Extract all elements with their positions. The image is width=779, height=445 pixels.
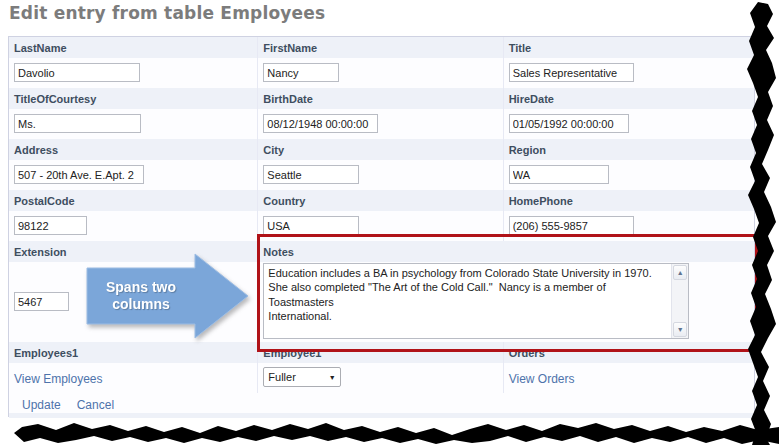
country-input[interactable]	[263, 216, 359, 235]
label-row: PostalCode Country HomePhone	[9, 190, 754, 211]
field-label-hiredate: HireDate	[504, 88, 754, 105]
field-label-orders: Orders	[504, 342, 754, 359]
view-orders-link[interactable]: View Orders	[509, 372, 575, 386]
field-label-city: City	[258, 139, 502, 156]
input-row	[9, 160, 754, 190]
scroll-up-icon[interactable]: ▲	[673, 265, 687, 280]
firstname-input[interactable]	[263, 63, 339, 82]
annotation-arrow: Spans two columns	[85, 252, 250, 340]
view-employees-link[interactable]: View Employees	[14, 372, 103, 386]
employee1-select[interactable]: Fuller ▼	[263, 367, 341, 387]
field-label-country: Country	[258, 190, 502, 207]
notes-scrollbar[interactable]: ▲ ▼	[671, 264, 688, 338]
address-input[interactable]	[14, 165, 144, 184]
field-label-lastname: LastName	[9, 37, 257, 54]
field-label-employees1: Employees1	[9, 342, 257, 359]
input-row	[9, 211, 754, 241]
homephone-input[interactable]	[509, 216, 634, 235]
field-label-birthdate: BirthDate	[258, 88, 502, 105]
input-row	[9, 109, 754, 139]
field-label-address: Address	[9, 139, 257, 156]
scroll-down-icon[interactable]: ▼	[673, 322, 687, 337]
edit-entry-form: LastName FirstName Title TitleOfCourtesy…	[8, 36, 755, 417]
city-input[interactable]	[263, 165, 359, 184]
label-row: TitleOfCourtesy BirthDate HireDate	[9, 88, 754, 109]
label-row: LastName FirstName Title	[9, 37, 754, 58]
field-label-notes: Notes	[258, 241, 754, 258]
field-label-employee1: Employee1	[258, 342, 502, 359]
lastname-input[interactable]	[14, 63, 140, 82]
label-row: Employees1 Employee1 Orders	[9, 342, 754, 363]
birthdate-input[interactable]	[263, 114, 378, 133]
notes-text: Education includes a BA in psychology fr…	[264, 264, 671, 338]
notes-textarea[interactable]: Education includes a BA in psychology fr…	[263, 263, 689, 339]
cancel-link[interactable]: Cancel	[77, 398, 114, 412]
label-row: Address City Region	[9, 139, 754, 160]
input-row: View Employees Fuller ▼ View Orders	[9, 363, 754, 393]
field-label-region: Region	[504, 139, 754, 156]
update-link[interactable]: Update	[22, 398, 61, 412]
hiredate-input[interactable]	[509, 114, 629, 133]
postalcode-input[interactable]	[14, 216, 87, 235]
field-label-firstname: FirstName	[258, 37, 502, 54]
table-footer-band	[9, 413, 754, 418]
field-label-homephone: HomePhone	[504, 190, 754, 207]
dropdown-arrow-icon: ▼	[324, 374, 340, 381]
extension-input[interactable]	[14, 292, 69, 311]
page-title: Edit entry from table Employees	[9, 3, 325, 23]
titleofcourtesy-input[interactable]	[14, 114, 141, 133]
title-input[interactable]	[509, 63, 634, 82]
employee1-selected-value: Fuller	[264, 371, 324, 383]
annotation-arrow-label: Spans two columns	[85, 252, 197, 340]
region-input[interactable]	[509, 165, 609, 184]
field-label-postalcode: PostalCode	[9, 190, 257, 207]
field-label-title: Title	[504, 37, 754, 54]
screenshot-canvas: Edit entry from table Employees LastName…	[0, 0, 779, 445]
actions-row: Update Cancel	[9, 393, 754, 413]
input-row	[9, 58, 754, 88]
field-label-titleofcourtesy: TitleOfCourtesy	[9, 88, 257, 105]
